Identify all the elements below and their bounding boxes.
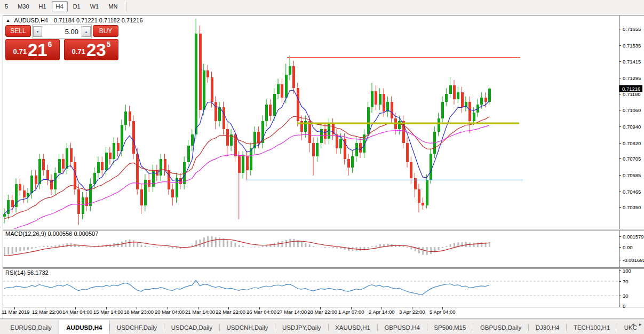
tab-scroll-right-icon[interactable]: ► xyxy=(638,322,642,327)
tab-audusd-h4[interactable]: AUDUSD,H4 xyxy=(59,320,109,334)
date-axis-label: 2 Apr 14:00 xyxy=(369,309,395,315)
price-axis-label: 0.71535 xyxy=(623,43,641,49)
macd-axis-label: 0.001579 xyxy=(623,234,644,240)
axis-tick xyxy=(619,260,621,260)
axis-tick xyxy=(619,296,621,296)
date-axis-label: 14 Mar 04:00 xyxy=(62,309,92,315)
axis-tick xyxy=(619,78,621,78)
date-axis-label: 21 Mar 14:00 xyxy=(185,309,215,315)
date-axis-label: 28 Mar 22:00 xyxy=(307,309,337,315)
macd-values: 0.000556 0.000507 xyxy=(47,230,98,237)
axis-tick xyxy=(619,192,621,192)
date-axis-line xyxy=(3,307,644,307)
axis-tick xyxy=(619,94,621,94)
price-axis-label: 0.70465 xyxy=(623,189,641,195)
tab-sp500-m15[interactable]: SP500,M15 xyxy=(427,320,473,334)
axis-tick xyxy=(619,143,621,144)
timeframe-button-h4[interactable]: H4 xyxy=(52,1,68,12)
axis-tick xyxy=(619,110,621,110)
timeframe-button-m30[interactable]: M30 xyxy=(13,1,33,12)
date-axis-label: 1 Apr 07:00 xyxy=(338,309,364,315)
date-axis-label: 15 Mar 14:00 xyxy=(93,309,123,315)
axis-tick xyxy=(619,207,621,208)
timeframe-button-d1[interactable]: D1 xyxy=(69,1,85,12)
rsi-axis-label: 0 xyxy=(623,303,625,309)
timeframe-button-h1[interactable]: H1 xyxy=(35,1,51,12)
timeframe-button-w1[interactable]: W1 xyxy=(86,1,104,12)
rsi-axis-label: 100 xyxy=(623,268,631,274)
price-axis-line xyxy=(619,15,619,307)
axis-tick xyxy=(619,306,621,306)
date-axis-label: 26 Mar 04:00 xyxy=(247,309,276,315)
axis-tick xyxy=(619,126,621,127)
axis-tick xyxy=(619,29,621,29)
date-axis-label: 12 Mar 22:00 xyxy=(32,309,62,315)
rsi-axis-label: 30 xyxy=(623,293,629,299)
tab-usdchf-daily[interactable]: USDCHF,Daily xyxy=(110,320,164,334)
axis-tick xyxy=(619,158,621,159)
tab-scroll-left-icon[interactable]: ◄ xyxy=(631,322,635,327)
tab-eurusd-daily[interactable]: EURUSD,Daily xyxy=(4,320,59,334)
price-axis-label: 0.70940 xyxy=(623,124,641,130)
tab-scroll-arrows: ◄ ► xyxy=(631,322,642,327)
rsi-label: RSI(14) 56.1732 xyxy=(5,269,49,276)
date-axis-label: 27 Mar 14:00 xyxy=(277,309,307,315)
tab-tech100-h1[interactable]: TECH100,H1 xyxy=(567,320,617,334)
axis-tick xyxy=(619,247,621,248)
tab-usdjpy-daily[interactable]: USDJPY,Daily xyxy=(275,320,328,334)
axis-tick xyxy=(619,281,621,282)
date-axis-label: 5 Apr 04:00 xyxy=(430,309,456,315)
rsi-axis-label: 70 xyxy=(623,279,629,284)
price-axis-label: 0.71655 xyxy=(623,26,641,32)
date-axis-label: 22 Mar 22:00 xyxy=(216,309,245,315)
date-axis-label: 18 Mar 23:00 xyxy=(124,309,154,315)
macd-axis-label: -0.001692 xyxy=(623,257,644,263)
date-axis-label: 3 Apr 22:00 xyxy=(399,309,425,315)
price-axis-label: 0.71295 xyxy=(623,75,641,81)
chart-bottom-border xyxy=(0,319,644,319)
trading-terminal-window: 5M30H1H4D1W1MN ▲ AUDUSD,H4 0.71184 0.712… xyxy=(0,0,644,334)
axis-tick xyxy=(619,236,621,237)
price-axis-label: 0.70585 xyxy=(623,172,641,178)
main-candlestick-chart[interactable] xyxy=(3,16,618,229)
rsi-value: 56.1732 xyxy=(27,269,49,276)
timeframe-button-5[interactable]: 5 xyxy=(1,1,12,12)
macd-label: MACD(12,26,9) 0.000556 0.000507 xyxy=(5,230,98,237)
axis-tick xyxy=(619,175,621,176)
timeframe-button-mn[interactable]: MN xyxy=(104,1,122,12)
price-axis-label: 0.71060 xyxy=(623,107,641,113)
axis-tick xyxy=(619,271,621,271)
date-axis-label: 20 Mar 04:00 xyxy=(155,309,185,315)
price-axis-label: 0.70350 xyxy=(623,204,641,210)
tab-usdcad-daily[interactable]: USDCAD,Daily xyxy=(164,320,219,334)
axis-tick xyxy=(619,61,621,62)
rsi-indicator-panel[interactable] xyxy=(3,269,618,307)
tab-xauusd-h1[interactable]: XAUUSD,H1 xyxy=(328,320,377,334)
axis-tick xyxy=(619,45,621,46)
tab-gbpusd-daily[interactable]: GBPUSD,Daily xyxy=(473,320,528,334)
price-axis-label: 0.71415 xyxy=(623,59,641,65)
toolbar-separator xyxy=(126,2,126,11)
price-axis-label: 0.70705 xyxy=(623,156,641,162)
tab-dj30-h4[interactable]: DJ30,H4 xyxy=(529,320,567,334)
current-price-badge: 0.71216 xyxy=(619,85,642,92)
symbol-tab-bar: EURUSD,DailyAUDUSD,H4USDCHF,DailyUSDCAD,… xyxy=(0,320,644,334)
macd-axis-label: 0.00 xyxy=(623,244,633,250)
tab-gbpusd-h4[interactable]: GBPUSD,H4 xyxy=(377,320,426,334)
tab-usdcnh-daily[interactable]: USDCNH,Daily xyxy=(220,320,275,334)
date-axis-label: 11 Mar 2019 xyxy=(2,309,30,315)
timeframe-toolbar: 5M30H1H4D1W1MN xyxy=(0,0,644,13)
price-axis-label: 0.70820 xyxy=(623,140,641,146)
